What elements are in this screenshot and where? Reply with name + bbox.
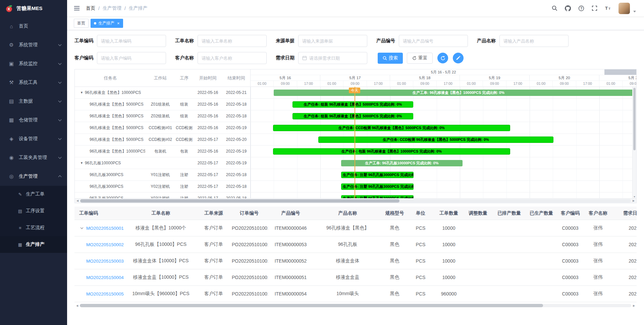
help-icon[interactable]: ? xyxy=(578,5,584,11)
order-row[interactable]: MO202205150001移液盒【黑色】10000个客户订单PO2022051… xyxy=(74,220,637,236)
filter-input[interactable] xyxy=(309,56,363,61)
gantt-bar-task[interactable]: 生产任务: CCD检测 96孔移液盒【黑色】5000PCS 完成比例: 0% xyxy=(273,125,510,131)
filter-input[interactable] xyxy=(101,56,162,61)
order-cell: 客户订单 xyxy=(197,291,230,297)
filter-text-input[interactable] xyxy=(499,35,569,47)
filter-text-input[interactable] xyxy=(198,52,267,64)
gantt-bar-task[interactable]: 生产任务: 组装 96孔移液盒【黑色】5000PCS 完成比例: 0% xyxy=(292,101,413,108)
demand-date-input[interactable] xyxy=(298,52,367,64)
gantt-bar-task[interactable]: 生产任务: 注塑 96孔孔板3000PCS 完成比例: 0% xyxy=(341,172,414,178)
gantt-task-row[interactable]: 96孔移液盒【黑色】5000PCSZ01组装机组装2022-05-162022-… xyxy=(75,99,250,110)
order-row[interactable]: MO202205150003移液盒盒体【10000】PCS客户订单PO20220… xyxy=(74,253,637,269)
sidebar-subitem-0[interactable]: ✎生产工单 xyxy=(0,186,67,203)
reset-button[interactable]: 重置 xyxy=(407,53,433,64)
gantt-task-row[interactable]: ▼96孔移液盒【黑色】10000PCS2022-05-162022-05-21 xyxy=(75,87,250,99)
filter-text-input[interactable] xyxy=(198,35,267,47)
manual-schedule-button[interactable] xyxy=(453,53,464,63)
sidebar-item-6[interactable]: ◈设备管理 xyxy=(0,129,67,148)
gantt-bar-task[interactable]: 生产任务: CCD检测 96孔移液盒【黑色】5000PCS 完成比例: 0% xyxy=(318,137,553,143)
search-icon xyxy=(383,56,387,60)
gantt-task-row[interactable]: 96孔移液盒【黑色】10000PCS包装机包装2022-05-162022-05… xyxy=(75,146,250,157)
scrollbar-track[interactable] xyxy=(80,199,631,203)
sidebar-item-1[interactable]: ⚙系统管理 xyxy=(0,36,67,54)
scrollbar-track[interactable] xyxy=(80,304,631,307)
gantt-task-row[interactable]: ▼96孔孔板10000PCS2022-05-172022-05-19 xyxy=(75,157,250,169)
chevron-down-icon[interactable] xyxy=(633,11,636,12)
filter-text-input[interactable] xyxy=(298,35,367,47)
breadcrumb-item[interactable]: 生产管理 xyxy=(103,5,121,11)
scrollbar-thumb[interactable] xyxy=(633,88,636,150)
gantt-task-row[interactable]: 96孔孔板3000PCSY02注塑机注塑2022-05-172022-05-18 xyxy=(75,181,250,193)
auto-schedule-button[interactable] xyxy=(437,53,448,63)
svg-text:T: T xyxy=(605,6,608,11)
app-logo[interactable]: K 苦糖果MES xyxy=(0,0,67,17)
scroll-right-arrow-icon[interactable]: ▶ xyxy=(632,304,636,307)
font-size-icon[interactable]: TT xyxy=(605,5,611,11)
order-code-link[interactable]: MO202205150002 xyxy=(86,242,124,247)
sidebar-item-0[interactable]: ⌂首页 xyxy=(0,17,67,36)
filter-text-input[interactable] xyxy=(97,52,166,64)
task-process-cell: 注塑 xyxy=(175,172,194,178)
sidebar-item-8[interactable]: ◎生产管理 xyxy=(0,167,67,186)
scroll-left-arrow-icon[interactable]: ◀ xyxy=(75,304,79,307)
filter-input[interactable] xyxy=(202,56,263,61)
order-row[interactable]: MO20220515000510mm吸头【960000】PCS客户订单PO202… xyxy=(74,286,637,302)
gantt-bar-work-order[interactable]: 生产工单: 96孔移液盒【黑色】10000PCS 完成比例: 0% xyxy=(274,90,636,96)
gantt-task-row[interactable]: 96孔移液盒【黑色】5000PCSCCD检测#01CCD检测2022-05-16… xyxy=(75,122,250,134)
tab-0[interactable]: 首页 xyxy=(74,19,89,28)
search-button[interactable]: 搜索 xyxy=(378,53,403,64)
filter-input[interactable] xyxy=(302,39,363,44)
scrollbar-thumb[interactable] xyxy=(80,199,399,203)
scroll-down-arrow-icon[interactable]: ▼ xyxy=(633,196,636,198)
order-row[interactable]: MO202205150004移液盒盒盖【10000】PCS客户订单PO20220… xyxy=(74,269,637,286)
sidebar-item-3[interactable]: ⚒系统工具 xyxy=(0,73,67,92)
scroll-right-arrow-icon[interactable]: ▶ xyxy=(632,199,636,202)
filter-input[interactable] xyxy=(202,39,263,44)
sidebar-item-label: 主数据 xyxy=(19,98,33,104)
avatar[interactable] xyxy=(619,3,630,14)
gantt-task-row[interactable]: 96孔移液盒【黑色】5000PCSCCD检测#02CCD检测2022-05-17… xyxy=(75,134,250,146)
gantt-bar-task[interactable]: 生产任务: 注塑 96孔孔板3000PCS 完成比例: 0% xyxy=(341,195,414,198)
collapse-icon[interactable]: ▼ xyxy=(80,161,83,165)
order-cell: 10000 xyxy=(434,258,464,264)
scroll-left-arrow-icon[interactable]: ◀ xyxy=(75,199,79,202)
gantt-bar-work-order[interactable]: 生产工单: 96孔孔板10000PCS 完成比例: 0% xyxy=(341,160,463,166)
github-icon[interactable] xyxy=(565,5,571,11)
search-icon[interactable] xyxy=(552,5,557,11)
filter-input[interactable] xyxy=(503,39,565,44)
sidebar-subitem-1[interactable]: ▤工序设置 xyxy=(0,203,67,219)
order-code-link[interactable]: MO202205150003 xyxy=(86,259,124,264)
filter-text-input[interactable] xyxy=(399,35,468,47)
sidebar-item-4[interactable]: ▤主数据 xyxy=(0,92,67,111)
order-row[interactable]: MO20220515000296孔孔板【10000】PCS客户订单PO20220… xyxy=(74,236,637,253)
collapse-icon[interactable]: ▼ xyxy=(80,91,83,94)
filter-input[interactable] xyxy=(101,39,162,44)
gantt-task-row[interactable]: 96孔孔板3000PCSY01注塑机注塑2022-05-172022-05-18 xyxy=(75,169,250,181)
task-station-cell: Y01注塑机 xyxy=(146,172,175,178)
sidebar-item-5[interactable]: ▦仓储管理 xyxy=(0,111,67,129)
sidebar-item-7[interactable]: ◉工装夹具管理 xyxy=(0,148,67,167)
gantt-bar-task[interactable]: 生产任务: 包装 96孔移液盒【黑色】10000PCS 完成比例: 0% xyxy=(273,148,510,155)
order-code-link[interactable]: MO202205150004 xyxy=(86,275,124,280)
sidebar-item-2[interactable]: ▣系统监控 xyxy=(0,54,67,73)
gantt-task-row[interactable]: 96孔孔板3000PCSY03注塑机注塑2022-05-172022-05-18 xyxy=(75,193,250,198)
gantt-task-row[interactable]: 96孔移液盒【黑色】5000PCSZ02组装机组装2022-05-162022-… xyxy=(75,110,250,122)
filter-text-input[interactable] xyxy=(97,35,166,47)
gantt-horizontal-scrollbar[interactable]: ◀ ▶ xyxy=(75,198,636,203)
gantt-bar-task[interactable]: 生产任务: 组装 96孔移液盒【黑色】5000PCS 完成比例: 0% xyxy=(292,113,413,119)
close-icon[interactable]: × xyxy=(117,21,120,25)
tab-1[interactable]: 生产排产× xyxy=(91,19,123,28)
gantt-vertical-scrollbar[interactable]: ▼ xyxy=(632,87,636,198)
fullscreen-icon[interactable] xyxy=(592,5,597,11)
scrollbar-thumb[interactable] xyxy=(80,304,543,307)
filter-input[interactable] xyxy=(403,39,464,44)
hamburger-icon[interactable] xyxy=(72,4,81,12)
breadcrumb-item[interactable]: 首页 xyxy=(86,5,95,11)
table-horizontal-scrollbar[interactable]: ◀ ▶ xyxy=(74,303,637,308)
gantt-bar-task[interactable]: 生产任务: 注塑 96孔孔板3000PCS 完成比例: 0% xyxy=(341,183,414,190)
order-code-link[interactable]: MO202205150001 xyxy=(86,226,124,231)
sidebar-subitem-3[interactable]: ▦生产排产 xyxy=(0,236,67,253)
sidebar-subitem-2[interactable]: ≡工艺流程 xyxy=(0,219,67,236)
expand-row-icon[interactable] xyxy=(79,226,85,230)
order-code-link[interactable]: MO202205150005 xyxy=(86,291,124,296)
